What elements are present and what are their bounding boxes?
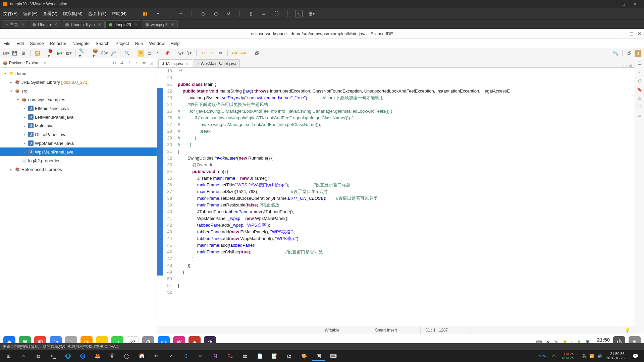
code-content[interactable]: */public class Main { public static void… [175, 68, 635, 326]
terminal-icon[interactable]: >_ [46, 351, 60, 361]
tree-item[interactable]: 📚Referenced Libraries [0, 165, 157, 174]
search-icon[interactable]: 🔍 [124, 50, 130, 57]
tray-wifi-icon[interactable]: 📶 [589, 354, 594, 358]
close-button[interactable]: ✕ [629, 0, 641, 8]
tree-item[interactable]: JMain.java [0, 121, 157, 130]
filezilla-icon[interactable]: Fz [223, 351, 237, 361]
show-ws-icon[interactable]: ¶ [155, 50, 162, 57]
tree-item[interactable]: 📁demo [0, 69, 157, 78]
vmware-tab[interactable]: Ubuntu✕ [29, 20, 61, 28]
mark-occ-icon[interactable]: ✎ [138, 50, 144, 57]
chevron-icon[interactable] [9, 168, 13, 171]
menu-view[interactable]: 查看(V) [43, 11, 57, 17]
unity-icon[interactable]: ▦▾ [308, 10, 315, 17]
java-persp-icon[interactable]: J [635, 50, 641, 57]
dropdown-icon[interactable]: ▾ [154, 10, 162, 17]
hierarchy-icon[interactable]: ⌬ [637, 78, 643, 84]
tree-item[interactable]: JOfficePanel.java [0, 130, 157, 139]
save-icon[interactable]: 💾 [11, 50, 18, 57]
keyboard-icon[interactable]: ⌨ [327, 351, 340, 361]
chevron-icon[interactable] [22, 141, 27, 145]
pin-icon[interactable]: 📌 [164, 50, 170, 57]
save-all-icon[interactable]: 🗎 [20, 50, 27, 57]
notifications-icon[interactable]: 💬 [629, 351, 642, 361]
tray-chevron-icon[interactable]: ˄ [577, 354, 579, 358]
notepad-icon[interactable]: 📝 [268, 351, 281, 361]
link-editor-icon[interactable]: ⇄ [119, 60, 124, 66]
run-icon[interactable]: ▶▾ [56, 50, 63, 57]
tab-close-icon[interactable]: ✕ [98, 22, 101, 27]
eclipse-menu-item[interactable]: Run [135, 41, 143, 46]
eclipse-menu-item[interactable]: Edit [16, 41, 24, 46]
menu-help[interactable]: 帮助(H) [112, 11, 126, 17]
package-tree[interactable]: 📁demo📚JRE System Library [jdk1.8.0_271]📦… [0, 68, 157, 334]
menu-edit[interactable]: 编辑(E) [23, 11, 38, 17]
explorer-icon[interactable]: 🗂 [282, 351, 296, 361]
outline-icon[interactable]: ☰ [637, 60, 643, 66]
snapshot-mgr-icon[interactable]: ◶ [212, 10, 219, 17]
revert-icon[interactable]: ↺ [225, 10, 232, 17]
tree-item[interactable]: JLeftMenuPanel.java [0, 113, 157, 121]
bookmark-icon[interactable]: 🔖 [637, 86, 643, 93]
cortana-icon[interactable]: ○ [17, 351, 30, 361]
min-view-icon[interactable]: ▭ [141, 60, 147, 66]
open-persp-icon[interactable]: 🗗 [254, 50, 260, 57]
vs-icon[interactable]: ∞ [194, 351, 207, 361]
editor-tab[interactable]: JWpsMainPanel.java [193, 59, 240, 67]
eclipse-minimize-icon[interactable]: — [621, 31, 626, 36]
problems-icon[interactable]: ⚠ [637, 95, 643, 101]
chevron-icon[interactable] [9, 89, 13, 93]
menu-file[interactable]: 文件(F) [3, 11, 18, 17]
editor-min-icon[interactable]: ▭ [623, 63, 627, 67]
menu-tabs[interactable]: 选项卡(T) [88, 11, 107, 17]
task-icon[interactable]: ✓ [637, 69, 643, 75]
layout2-icon[interactable]: ▭ [260, 10, 267, 17]
eclipse-menu-item[interactable]: Refactor [50, 41, 66, 46]
minimize-button[interactable]: — [605, 0, 617, 8]
chrome-icon[interactable]: 🌐 [61, 351, 74, 361]
decl-icon[interactable]: ▭ [637, 113, 643, 119]
prev-icon[interactable]: ⇐▾ [231, 50, 238, 57]
javadoc-icon[interactable]: 📄 [637, 104, 643, 110]
chevron-icon[interactable] [22, 150, 27, 154]
tree-item[interactable]: 📦com.wps.examples [0, 95, 157, 104]
new-icon[interactable]: ▥▾ [3, 50, 9, 57]
eclipse-menu-item[interactable]: Help [171, 41, 180, 46]
app3-icon[interactable]: 🎨 [297, 351, 311, 361]
eclipse-menu-item[interactable]: File [3, 41, 10, 46]
next-icon[interactable]: ⇒▾ [240, 50, 247, 57]
chevron-icon[interactable] [3, 72, 7, 75]
filter-icon[interactable]: ⫶ [134, 60, 139, 66]
open-type-icon[interactable]: 🔎 [110, 50, 117, 57]
block-sel-icon[interactable]: ▤ [146, 50, 153, 57]
editor-max-icon[interactable]: ◱ [629, 63, 632, 67]
tree-item[interactable]: JWpsMainPanel.java [0, 147, 157, 156]
todo-icon[interactable]: ✓ [164, 351, 178, 361]
calendar-icon[interactable]: 📅 [135, 351, 148, 361]
max-view-icon[interactable]: ◱ [149, 60, 154, 66]
eclipse-menu-item[interactable]: Source [30, 41, 44, 46]
ie-icon[interactable]: ⓔ [105, 351, 119, 361]
tip-icon[interactable]: 💡 [620, 326, 635, 334]
chevron-icon[interactable] [15, 98, 20, 102]
debug-icon[interactable]: 🐞▾ [48, 50, 54, 57]
last-edit-icon[interactable]: ✏ [217, 50, 224, 57]
chevron-icon[interactable] [22, 107, 27, 110]
editor-tab[interactable]: JMain.java✕ [158, 59, 192, 67]
new-class-icon[interactable]: Ⓒ▾ [101, 50, 108, 57]
browser-icon[interactable]: ◯ [120, 351, 133, 361]
snapshot-icon[interactable]: ◷ [199, 10, 207, 17]
tab-close-icon[interactable]: ✕ [171, 22, 174, 27]
chevron-icon[interactable] [22, 133, 27, 136]
outlook-icon[interactable]: ✉ [150, 351, 163, 361]
step-into-icon[interactable]: ↘▾ [177, 50, 184, 57]
coverage-icon[interactable]: ▦▾ [65, 50, 72, 57]
chevron-icon[interactable] [22, 124, 27, 128]
new-package-icon[interactable]: 📦▾ [93, 50, 99, 57]
tab-close-icon[interactable]: ✕ [21, 22, 24, 27]
eclipse-menu-item[interactable]: Navigate [72, 41, 90, 46]
vscode-icon[interactable]: ⟨⟩ [179, 351, 193, 361]
ext-tools-icon[interactable]: 🔧▾ [79, 50, 86, 57]
maximize-button[interactable]: ▢ [617, 0, 629, 8]
vmware-tab[interactable]: ⌂主页✕ [2, 20, 28, 28]
